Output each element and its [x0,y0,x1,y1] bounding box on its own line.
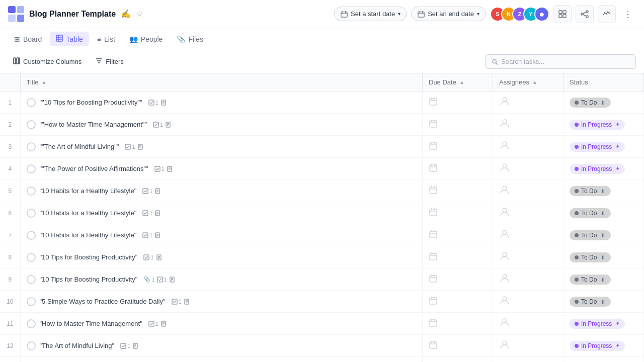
due-date-cell[interactable] [423,291,493,313]
assignees-cell[interactable] [493,202,564,224]
assignees-cell[interactable] [493,357,564,363]
assignees-cell[interactable] [493,313,564,335]
due-date-cell[interactable] [423,114,493,136]
title-content: "5 Simple Ways to Practice Gratitude Dai… [27,297,417,306]
svg-rect-106 [430,276,437,282]
task-meta-icons: 1 [148,100,167,106]
due-date-cell[interactable] [423,136,493,158]
doc-icon [169,277,175,283]
task-complete-toggle[interactable] [27,297,36,306]
assignees-cell[interactable] [493,268,564,291]
status-badge[interactable]: To Do ⏸ [570,208,611,218]
status-badge[interactable]: In Progress ✦ [570,120,625,130]
toolbar: Customize Columns Filters [0,50,644,73]
due-date-cell[interactable] [423,357,493,363]
due-date-cell[interactable] [423,158,493,180]
task-title[interactable]: ""The Art of Mindful Living"" [40,143,119,150]
task-title[interactable]: "10 Tips for Boosting Productivity" [40,253,138,261]
more-options-button[interactable]: ⋮ [620,6,636,22]
status-badge[interactable]: To Do ⏸ [570,252,611,262]
activity-button[interactable] [598,5,616,23]
tab-board[interactable]: ⊞ Board [8,32,48,46]
tab-people[interactable]: 👥 People [123,32,169,46]
calendar-icon [429,121,438,130]
due-date-cell[interactable] [423,335,493,357]
assignees-cell[interactable] [493,158,564,180]
files-icon: 📎 [177,35,185,43]
task-complete-toggle[interactable] [27,209,36,218]
task-title[interactable]: ""The Power of Positive Affirmations"" [40,165,148,172]
due-date-cell[interactable] [423,268,493,291]
task-complete-toggle[interactable] [27,98,36,107]
set-end-date-button[interactable]: Set an end date ▾ [411,7,486,21]
tab-table[interactable]: Table [50,32,89,46]
avatar[interactable]: ● [534,7,549,22]
task-complete-toggle[interactable] [27,231,36,240]
status-cell: In Progress ✦ [564,136,644,158]
task-title[interactable]: "10 Habits for a Healthy Lifestyle" [40,187,137,195]
filters-button[interactable]: Filters [91,55,128,68]
task-title-cell: "10 Tips for Boosting Productivity" 1 [20,246,423,268]
task-title[interactable]: "The Art of Mindful Living" [40,342,115,349]
due-date-cell[interactable] [423,92,493,114]
calendar-icon [429,320,438,329]
assignees-cell[interactable] [493,246,564,268]
task-complete-toggle[interactable] [27,187,36,196]
task-complete-toggle[interactable] [27,164,36,173]
due-date-cell[interactable] [423,224,493,246]
col-status[interactable]: Status [564,73,644,92]
task-complete-toggle[interactable] [27,253,36,262]
task-title[interactable]: "10 Habits for a Healthy Lifestyle" [40,231,137,239]
task-title[interactable]: ""10 Tips for Boosting Productivity"" [40,99,142,106]
status-badge[interactable]: In Progress ✦ [570,164,625,174]
assignees-cell[interactable] [493,180,564,202]
doc-icon [137,144,143,150]
tab-list[interactable]: ≡ List [91,32,121,46]
status-badge[interactable]: To Do ⏸ [570,275,611,285]
svg-rect-86 [430,231,437,238]
add-assignee-icon [499,142,510,153]
task-complete-toggle[interactable] [27,275,36,284]
status-badge[interactable]: To Do ⏸ [570,98,611,108]
due-date-cell[interactable] [423,180,493,202]
assignees-cell[interactable] [493,224,564,246]
topbar-left: Blog Planner Template ✍️ ☆ [8,6,143,22]
task-complete-toggle[interactable] [27,319,36,328]
due-date-cell[interactable] [423,202,493,224]
col-due-date[interactable]: Due Date ▲ [423,73,493,92]
share-button[interactable] [576,5,594,23]
status-badge[interactable]: In Progress ✦ [570,319,625,329]
task-complete-toggle[interactable] [27,341,36,350]
assignees-cell[interactable] [493,136,564,158]
assignees-cell[interactable] [493,114,564,136]
status-badge[interactable]: To Do ⏸ [570,297,611,307]
due-date-cell[interactable] [423,313,493,335]
due-date-cell[interactable] [423,246,493,268]
favorite-star[interactable]: ☆ [136,9,143,19]
task-title[interactable]: ""How to Master Time Management"" [40,121,147,128]
task-title[interactable]: "10 Tips for Boosting Productivity" [40,276,138,283]
task-title-cell: ""10 Tips for Boosting Productivity"" 1 [20,92,423,114]
customize-columns-button[interactable]: Customize Columns [8,55,87,68]
svg-point-6 [586,11,588,13]
search-input[interactable] [501,58,629,65]
view-icon-button[interactable] [553,5,572,23]
status-badge[interactable]: To Do ⏸ [570,186,611,196]
task-complete-toggle[interactable] [27,120,36,129]
assignees-cell[interactable] [493,335,564,357]
task-complete-toggle[interactable] [27,142,36,151]
task-title-cell: "10 Habits for a Healthy Lifestyle" 1 [20,202,423,224]
task-title[interactable]: "10 Habits for a Healthy Lifestyle" [40,209,137,217]
status-badge[interactable]: To Do ⏸ [570,230,611,240]
status-badge[interactable]: In Progress ✦ [570,142,625,152]
task-title[interactable]: "How to Master Time Management" [40,320,142,327]
set-start-date-button[interactable]: Set a start date ▾ [334,7,407,21]
assignees-cell[interactable] [493,92,564,114]
list-icon: ≡ [97,35,101,43]
tab-files[interactable]: 📎 Files [171,32,209,46]
status-badge[interactable]: In Progress ✦ [570,341,625,351]
task-title[interactable]: "5 Simple Ways to Practice Gratitude Dai… [40,298,166,305]
assignees-cell[interactable] [493,291,564,313]
col-title[interactable]: Title ▲ [20,73,423,92]
col-assignees[interactable]: Assignees ▲ [493,73,564,92]
